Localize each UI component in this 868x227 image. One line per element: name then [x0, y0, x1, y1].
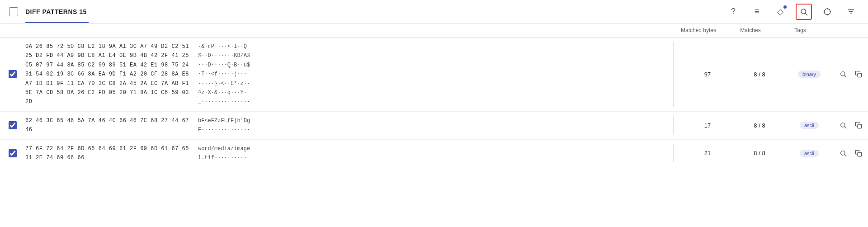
row-2-tags: ascii — [782, 122, 836, 129]
row-2-checkbox[interactable] — [9, 121, 17, 129]
search-icon — [800, 8, 808, 16]
filter-button[interactable] — [843, 4, 859, 20]
svg-rect-12 — [858, 73, 862, 77]
svg-line-1 — [806, 13, 807, 15]
row-2-actions — [836, 118, 868, 132]
copy-icon — [855, 150, 862, 157]
table-row: 0A 26 85 72 50 C8 E2 18 9A A1 3C A7 49 D… — [0, 38, 868, 112]
row-3-tag-badge: ascii — [800, 150, 819, 157]
svg-line-11 — [844, 76, 846, 77]
copy-icon — [855, 71, 862, 78]
svg-point-16 — [841, 151, 845, 155]
row-1-checkbox[interactable] — [9, 70, 17, 78]
row-3-checkbox-area — [0, 149, 25, 157]
menu-button[interactable]: ≡ — [749, 4, 765, 20]
bell-button[interactable]: ◇ — [772, 4, 788, 20]
svg-point-0 — [801, 9, 806, 14]
row-3-actions — [836, 147, 868, 160]
crosshair-icon — [823, 8, 831, 16]
row-1-matches: 8 / 8 — [737, 71, 782, 78]
svg-point-13 — [841, 123, 845, 127]
header-bar: DIFF PATTERNS 15 ? ≡ ◇ — [0, 0, 868, 24]
search-button[interactable] — [796, 4, 812, 20]
row-1-divider — [673, 42, 674, 107]
header-title: DIFF PATTERNS 15 — [25, 8, 87, 15]
search-icon — [840, 122, 847, 129]
row-2-hex: 62 46 3C 65 46 5A 7A 46 4C 66 46 7C 68 2… — [25, 116, 189, 135]
row-3-ascii: word/media/image l.tif·········· — [198, 144, 250, 163]
header-title-underline — [25, 22, 89, 23]
row-1-copy-button[interactable] — [852, 67, 865, 81]
header-actions: ? ≡ ◇ — [725, 4, 859, 20]
row-3-content: 77 6F 72 64 2F 6D 65 64 69 61 2F 69 6D 6… — [25, 144, 669, 163]
row-2-search-button[interactable] — [836, 118, 850, 132]
row-3-tags: ascii — [782, 150, 836, 157]
column-headers: Matched bytes Matches Tags — [0, 24, 868, 38]
search-icon — [840, 150, 847, 157]
row-2-divider — [673, 116, 674, 135]
filter-icon — [847, 8, 855, 16]
row-2-copy-button[interactable] — [852, 118, 865, 132]
row-3-search-button[interactable] — [836, 147, 850, 160]
table-row: 77 6F 72 64 2F 6D 65 64 69 61 2F 69 6D 6… — [0, 140, 868, 168]
svg-line-14 — [844, 127, 846, 128]
svg-rect-18 — [858, 152, 862, 156]
col-matches-header: Matches — [728, 27, 773, 33]
svg-point-2 — [824, 9, 830, 15]
row-2-matched-bytes: 17 — [678, 122, 737, 129]
row-2-tag-badge: ascii — [800, 122, 819, 129]
svg-line-17 — [844, 155, 846, 156]
row-1-tag-badge: binary — [798, 71, 821, 78]
row-2-checkbox-area — [0, 121, 25, 129]
row-1-matched-bytes: 97 — [678, 71, 737, 78]
help-button[interactable]: ? — [725, 4, 741, 20]
copy-icon — [855, 122, 862, 129]
row-3-copy-button[interactable] — [852, 147, 865, 160]
svg-point-10 — [841, 72, 845, 76]
svg-rect-15 — [858, 124, 862, 128]
row-2-matches: 8 / 8 — [737, 122, 782, 129]
row-3-matched-bytes: 21 — [678, 150, 737, 156]
crosshair-button[interactable] — [819, 4, 835, 20]
table-row: 62 46 3C 65 46 5A 7A 46 4C 66 46 7C 68 2… — [0, 112, 868, 140]
col-tags-header: Tags — [773, 27, 827, 33]
row-1-hex: 0A 26 85 72 50 C8 E2 18 9A A1 3C A7 49 D… — [25, 42, 189, 107]
row-1-content: 0A 26 85 72 50 C8 E2 18 9A A1 3C A7 49 D… — [25, 42, 669, 107]
row-1-checkbox-area — [0, 70, 25, 78]
row-2-ascii: bF<eFZzFLfF|h'Dg F··············· — [198, 116, 250, 135]
row-2-content: 62 46 3C 65 46 5A 7A 46 4C 66 46 7C 68 2… — [25, 116, 669, 135]
select-all-checkbox[interactable] — [9, 7, 18, 16]
col-matched-bytes-header: Matched bytes — [669, 27, 728, 33]
bell-badge — [783, 5, 787, 9]
row-1-actions — [836, 67, 868, 81]
row-1-tags: binary — [782, 71, 836, 78]
row-1-ascii: ·&·rP····<·I··Q %··D·······KB/A% ···D···… — [198, 42, 250, 107]
row-3-divider — [673, 144, 674, 163]
row-3-checkbox[interactable] — [9, 149, 17, 157]
row-1-search-button[interactable] — [836, 67, 850, 81]
row-3-matches: 8 / 8 — [737, 150, 782, 156]
row-3-hex: 77 6F 72 64 2F 6D 65 64 69 61 2F 69 6D 6… — [25, 144, 189, 163]
search-icon — [840, 71, 847, 78]
